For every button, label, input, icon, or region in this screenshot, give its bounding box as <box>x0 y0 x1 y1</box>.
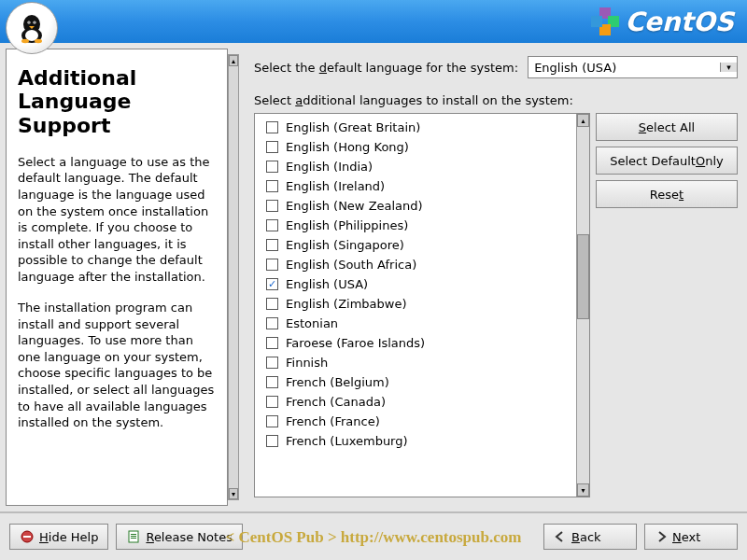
language-row[interactable]: English (Singapore) <box>255 235 576 255</box>
language-row[interactable]: Finnish <box>255 353 576 372</box>
language-checkbox[interactable] <box>266 415 278 427</box>
arrow-right-icon <box>655 530 668 543</box>
scroll-thumb[interactable] <box>577 234 589 320</box>
brand-text: CentOS <box>625 7 734 37</box>
content: Additional Language Support Select a lan… <box>0 43 747 511</box>
footer: Hide Help Release Notes < CentOS Pub > h… <box>0 511 747 560</box>
scroll-up-icon[interactable]: ▴ <box>229 55 238 66</box>
language-row[interactable]: English (Ireland) <box>255 176 576 196</box>
arrow-left-icon <box>554 530 567 543</box>
centos-icon <box>591 7 619 35</box>
svg-rect-13 <box>131 536 136 537</box>
language-checkbox[interactable] <box>266 376 278 388</box>
language-checkbox[interactable] <box>266 259 278 271</box>
language-checkbox[interactable] <box>266 298 278 310</box>
distro-logo <box>6 2 58 54</box>
release-notes-icon <box>126 529 141 544</box>
language-row[interactable]: French (Belgium) <box>255 372 576 392</box>
brand: CentOS <box>591 7 734 37</box>
language-row[interactable]: English (Zimbabwe) <box>255 294 576 314</box>
language-label: English (South Africa) <box>286 258 416 272</box>
scroll-down-icon[interactable]: ▾ <box>577 483 589 497</box>
help-title: Additional Language Support <box>18 66 216 137</box>
select-default-only-button[interactable]: Select Default Only <box>596 147 738 175</box>
language-checkbox[interactable] <box>266 121 278 133</box>
language-label: Finnish <box>286 356 328 370</box>
next-button[interactable]: Next <box>644 524 738 550</box>
additional-languages-label: Select additional languages to install o… <box>254 93 738 107</box>
language-label: Estonian <box>286 316 338 330</box>
language-row[interactable]: English (Great Britain) <box>255 118 576 137</box>
svg-rect-14 <box>131 538 136 539</box>
language-checkbox[interactable] <box>266 219 278 231</box>
language-row[interactable]: English (South Africa) <box>255 255 576 274</box>
svg-rect-12 <box>131 534 136 535</box>
language-row[interactable]: English (USA) <box>255 274 576 294</box>
language-label: French (Canada) <box>286 395 386 409</box>
language-checkbox[interactable] <box>266 180 278 192</box>
svg-point-7 <box>21 39 29 43</box>
language-label: English (Singapore) <box>286 238 404 252</box>
language-checkbox[interactable] <box>266 200 278 212</box>
language-row[interactable]: French (Luxemburg) <box>255 431 576 451</box>
language-label: English (Great Britain) <box>286 120 420 134</box>
language-label: English (USA) <box>286 277 368 291</box>
reset-button[interactable]: Reset <box>596 180 738 208</box>
language-label: French (Belgium) <box>286 375 389 389</box>
header: CentOS <box>0 0 747 43</box>
svg-rect-10 <box>23 536 31 538</box>
scroll-down-icon[interactable]: ▾ <box>229 488 238 499</box>
language-checkbox[interactable] <box>266 357 278 369</box>
default-language-value: English (USA) <box>529 61 720 75</box>
language-row[interactable]: English (New Zealand) <box>255 196 576 216</box>
back-button[interactable]: Back <box>543 524 637 550</box>
default-language-label: Select the default language for the syst… <box>254 61 518 75</box>
default-language-select[interactable]: English (USA) ▾ <box>528 56 738 78</box>
language-label: French (Luxemburg) <box>286 434 408 448</box>
scroll-up-icon[interactable]: ▴ <box>577 114 589 127</box>
language-row[interactable]: Faroese (Faroe Islands) <box>255 333 576 353</box>
release-notes-button[interactable]: Release Notes <box>116 524 242 550</box>
language-label: English (Zimbabwe) <box>286 297 407 311</box>
language-checkbox[interactable] <box>266 161 278 173</box>
svg-point-8 <box>35 39 42 43</box>
language-checkbox[interactable] <box>266 396 278 408</box>
hide-help-button[interactable]: Hide Help <box>9 524 108 550</box>
help-paragraph-2: The installation program can install and… <box>18 300 216 430</box>
main-panel: Select the default language for the syst… <box>245 43 747 511</box>
help-panel: Additional Language Support Select a lan… <box>0 43 245 511</box>
language-row[interactable]: English (India) <box>255 157 576 176</box>
hide-help-icon <box>20 529 35 544</box>
language-label: English (Philippines) <box>286 218 408 232</box>
language-label: English (Hong Kong) <box>286 140 409 154</box>
chevron-down-icon[interactable]: ▾ <box>720 63 737 72</box>
language-label: French (France) <box>286 414 380 428</box>
select-all-button[interactable]: Select All <box>596 113 738 141</box>
language-checkbox[interactable] <box>266 239 278 251</box>
language-list[interactable]: English (Great Britain)English (Hong Kon… <box>254 113 590 497</box>
language-label: English (New Zealand) <box>286 199 423 213</box>
language-row[interactable]: English (Hong Kong) <box>255 137 576 157</box>
help-box: Additional Language Support Select a lan… <box>6 49 228 506</box>
language-row[interactable]: English (Philippines) <box>255 216 576 235</box>
language-checkbox[interactable] <box>266 317 278 329</box>
language-checkbox[interactable] <box>266 337 278 349</box>
language-checkbox[interactable] <box>266 141 278 153</box>
language-row[interactable]: French (France) <box>255 412 576 431</box>
language-row[interactable]: French (Canada) <box>255 392 576 412</box>
svg-point-5 <box>28 21 29 22</box>
language-label: Faroese (Faroe Islands) <box>286 336 425 350</box>
help-paragraph-1: Select a language to use as the default … <box>18 154 216 285</box>
help-scrollbar[interactable]: ▴ ▾ <box>228 54 239 500</box>
language-label: English (Ireland) <box>286 179 385 193</box>
language-row[interactable]: Estonian <box>255 314 576 333</box>
language-list-scrollbar[interactable]: ▴ ▾ <box>576 114 589 497</box>
tux-icon <box>15 11 49 45</box>
language-checkbox[interactable] <box>266 278 278 290</box>
language-checkbox[interactable] <box>266 435 278 447</box>
language-label: English (India) <box>286 160 373 174</box>
svg-point-6 <box>34 21 35 22</box>
